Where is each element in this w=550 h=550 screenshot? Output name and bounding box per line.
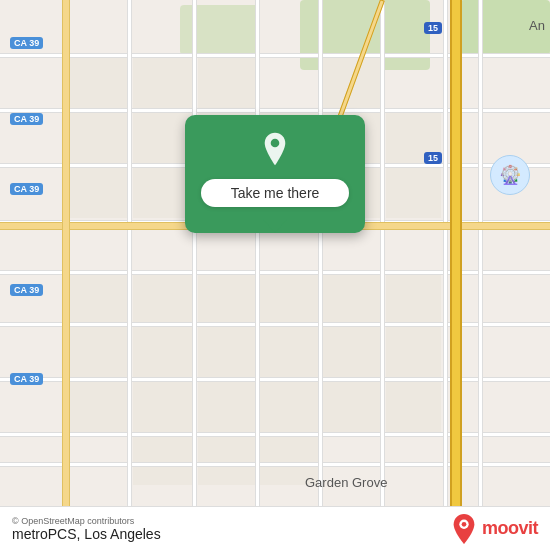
block: [260, 435, 318, 485]
location-name: metroPCS, Los Angeles: [12, 526, 161, 542]
major-road-v: [62, 0, 70, 550]
block: [68, 168, 128, 218]
block: [260, 382, 318, 432]
block: [260, 275, 318, 323]
highway-15: [450, 0, 462, 550]
block: [386, 275, 441, 323]
moovit-brand-text: moovit: [482, 518, 538, 539]
block: [198, 435, 256, 485]
block: [386, 168, 441, 218]
block: [68, 113, 128, 163]
tooltip-card: Take me there: [185, 115, 365, 233]
block: [68, 327, 128, 377]
block: [133, 58, 193, 108]
street-v: [443, 0, 448, 550]
street-v: [192, 0, 197, 550]
tooltip-card-inner: Take me there: [185, 115, 365, 219]
street-h: [0, 270, 550, 275]
street-v: [255, 0, 260, 550]
block: [386, 382, 441, 432]
street-h: [0, 432, 550, 437]
moovit-logo: moovit: [450, 513, 538, 545]
block: [386, 327, 441, 377]
street-v: [380, 0, 385, 550]
road-label-ca39-4: CA 39: [10, 284, 43, 296]
osm-credit: © OpenStreetMap contributors: [12, 516, 161, 526]
park-area-2: [460, 0, 550, 55]
svg-point-2: [462, 521, 467, 526]
street-h: [0, 462, 550, 467]
block: [68, 382, 128, 432]
moovit-pin-icon: [450, 513, 478, 545]
road-label-15: 15: [424, 22, 442, 34]
take-me-there-button[interactable]: Take me there: [201, 179, 349, 207]
block: [68, 58, 128, 108]
street-h: [0, 322, 550, 327]
bottom-bar: © OpenStreetMap contributors metroPCS, L…: [0, 506, 550, 550]
street-v: [318, 0, 323, 550]
street-v: [127, 0, 132, 550]
block: [198, 382, 256, 432]
street-v: [478, 0, 483, 550]
attraction-icon: 🎡: [490, 155, 530, 195]
block: [133, 168, 193, 218]
block: [198, 327, 256, 377]
block: [133, 327, 193, 377]
bottom-left: © OpenStreetMap contributors metroPCS, L…: [12, 516, 161, 542]
svg-point-0: [271, 139, 280, 148]
street-h: [0, 53, 550, 58]
block: [260, 327, 318, 377]
block: [133, 435, 193, 485]
road-label-15-2: 15: [424, 152, 442, 164]
block: [198, 58, 256, 108]
road-label-ca39-2: CA 39: [10, 113, 43, 125]
block: [322, 275, 380, 323]
block: [322, 327, 380, 377]
street-h: [0, 377, 550, 382]
road-label-ca39-3: CA 39: [10, 183, 43, 195]
tooltip-pointer: [263, 219, 287, 233]
block: [133, 382, 193, 432]
block: [198, 275, 256, 323]
block: [133, 275, 193, 323]
map-container: 🎡 CA 39 CA 39 CA 39 CA 39 CA 39 15 15 An…: [0, 0, 550, 550]
block: [133, 113, 193, 163]
road-label-ca39-5: CA 39: [10, 373, 43, 385]
street-h: [0, 108, 550, 113]
block: [68, 275, 128, 323]
location-pin-icon: [257, 131, 293, 167]
block: [322, 382, 380, 432]
road-label-ca39: CA 39: [10, 37, 43, 49]
